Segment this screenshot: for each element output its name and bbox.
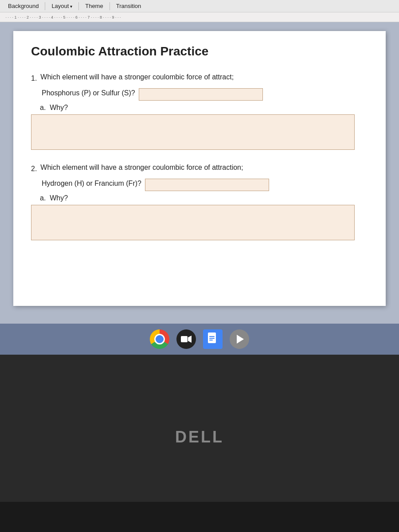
question-1-answer-long[interactable] (31, 114, 355, 150)
ruler: · · · · 1 · · · · 2 · · · · 3 · · · · 4 … (0, 12, 399, 22)
laptop-body: DELL (0, 355, 399, 532)
question-1-sub: a. Why? (40, 104, 368, 112)
svg-marker-1 (188, 336, 192, 343)
slide-area: Coulombic Attraction Practice 1. Which e… (0, 22, 399, 324)
question-1-row: 1. Which element will have a stronger co… (31, 72, 368, 85)
menu-item-background[interactable]: Background (4, 1, 43, 11)
menu-item-transition[interactable]: Transition (112, 1, 146, 11)
dell-logo: DELL (175, 428, 224, 446)
question-2-text2-row: Hydrogen (H) or Francium (Fr)? (31, 178, 368, 192)
question-2-block: 2. Which element will have a stronger co… (31, 162, 368, 240)
svg-rect-0 (181, 336, 188, 342)
svg-rect-5 (209, 340, 213, 340)
question-1-block: 1. Which element will have a stronger co… (31, 72, 368, 150)
question-1-answer-short[interactable] (139, 88, 263, 101)
question-2-text2: Hydrogen (H) or Francium (Fr)? (42, 178, 141, 189)
menu-bar: Background Layout Theme Transition (0, 0, 399, 12)
svg-rect-3 (209, 336, 215, 337)
question-2-answer-long[interactable] (31, 205, 355, 240)
docs-icon[interactable] (203, 329, 223, 349)
menu-item-theme[interactable]: Theme (81, 1, 107, 11)
slide: Coulombic Attraction Practice 1. Which e… (13, 31, 386, 306)
keyboard-area (0, 502, 399, 532)
menu-separator-2 (78, 2, 79, 10)
question-2-row: 2. Which element will have a stronger co… (31, 162, 368, 176)
menu-separator-3 (110, 2, 110, 10)
question-2-number: 2. (31, 165, 37, 173)
menu-item-layout[interactable]: Layout (47, 1, 77, 11)
question-1-text2: Phosphorus (P) or Sulfur (S)? (42, 88, 135, 98)
question-2-answer-short[interactable] (145, 179, 269, 191)
question-1-text2-row: Phosphorus (P) or Sulfur (S)? (31, 88, 368, 101)
taskbar (0, 324, 399, 355)
play-icon[interactable] (230, 329, 249, 349)
question-1-number: 1. (31, 74, 37, 82)
question-2-sub: a. Why? (40, 194, 368, 202)
question-1-text: Which element will have a stronger coulo… (40, 72, 234, 82)
play-triangle (237, 335, 244, 344)
menu-separator-1 (45, 2, 45, 10)
video-camera-icon[interactable] (176, 329, 196, 349)
slide-title: Coulombic Attraction Practice (31, 44, 368, 59)
question-2-text: Which element will have a stronger coulo… (40, 162, 243, 173)
chrome-icon[interactable] (150, 329, 169, 349)
svg-rect-4 (209, 338, 215, 339)
